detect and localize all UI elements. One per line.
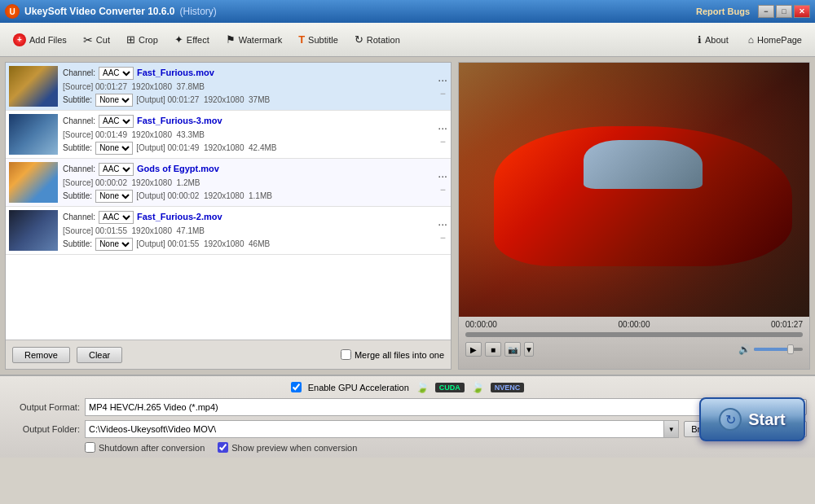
main-area: Channel: AAC Fast_Furious.mov [Source] 0… (0, 57, 815, 375)
more-options-2[interactable]: ··· (438, 121, 447, 134)
collapse-4[interactable]: − (440, 232, 446, 243)
file-list-scroll[interactable]: Channel: AAC Fast_Furious.mov [Source] 0… (6, 63, 451, 340)
volume-icon: 🔊 (738, 344, 751, 355)
clear-button[interactable]: Clear (77, 347, 122, 363)
channel-label-1: Channel: (63, 67, 95, 80)
bottom-panel: Enable GPU Acceleration 🍃 CUDA 🍃 NVENC O… (0, 375, 815, 458)
file-info-2: Channel: AAC Fast_Furious-3.mov [Source]… (63, 114, 433, 155)
shutdown-checkbox[interactable] (85, 442, 95, 453)
app-logo: U (5, 4, 20, 19)
volume-thumb (787, 344, 794, 354)
folder-dropdown-arrow[interactable]: ▼ (664, 420, 679, 438)
channel-select-3[interactable]: AAC (99, 163, 134, 176)
channel-label-3: Channel: (63, 163, 95, 176)
rotation-button[interactable]: ↻ Rotation (348, 30, 407, 49)
toolbar: + Add Files ✂ Cut ⊞ Crop ✦ Effect ⚑ Wate… (0, 23, 815, 57)
about-button[interactable]: ℹ About (691, 31, 735, 49)
snapshot-button[interactable]: 📷 (504, 342, 521, 357)
start-button[interactable]: ↻ Start (699, 397, 805, 441)
output-folder-input[interactable] (85, 420, 664, 438)
subtitle-label-1: Subtitle: (63, 94, 92, 107)
car-preview-image (459, 63, 809, 317)
file-actions-3: ··· − (438, 162, 447, 203)
source-info-4: [Source] 00:01:55 1920x1080 47.1MB (63, 225, 205, 238)
merge-checkbox-wrap: Merge all files into one (341, 349, 444, 360)
cuda-badge: CUDA (435, 383, 465, 392)
watermark-button[interactable]: ⚑ Watermark (219, 30, 289, 49)
subtitle-label-3: Subtitle: (63, 190, 92, 203)
merge-checkbox[interactable] (341, 349, 351, 360)
crop-icon: ⊞ (126, 33, 135, 46)
volume-fill (754, 348, 788, 351)
start-button-wrap: ↻ Start (699, 397, 805, 441)
file-info-1: Channel: AAC Fast_Furious.mov [Source] 0… (63, 66, 433, 107)
effect-button[interactable]: ✦ Effect (168, 30, 216, 49)
play-button[interactable]: ▶ (465, 342, 482, 357)
gpu-acceleration-checkbox[interactable] (291, 382, 302, 392)
crop-label: Crop (139, 35, 158, 45)
shutdown-label: Shutdown after conversion (99, 443, 205, 453)
rotation-label: Rotation (367, 35, 400, 45)
source-info-2: [Source] 00:01:49 1920x1080 43.3MB (63, 129, 205, 142)
subtitle-select-4[interactable]: None (95, 238, 133, 251)
channel-select-2[interactable]: AAC (99, 115, 134, 128)
channel-select-4[interactable]: AAC (99, 211, 134, 224)
thumbnail-2 (9, 114, 58, 155)
more-options-4[interactable]: ··· (438, 217, 447, 230)
subtitle-button[interactable]: T Subtitle (292, 30, 345, 49)
title-bar: U UkeySoft Video Converter 10.6.0 (Histo… (0, 0, 815, 23)
homepage-label: HomePage (757, 35, 802, 45)
channel-label-4: Channel: (63, 211, 95, 224)
collapse-2[interactable]: − (440, 136, 446, 147)
stop-button[interactable]: ■ (485, 342, 501, 357)
table-row[interactable]: Channel: AAC Fast_Furious.mov [Source] 0… (6, 63, 451, 111)
more-options-3[interactable]: ··· (438, 169, 447, 182)
time-start: 00:00:00 (465, 320, 497, 329)
thumbnail-4 (9, 210, 58, 251)
collapse-3[interactable]: − (440, 184, 446, 195)
close-button[interactable]: ✕ (794, 5, 810, 18)
show-preview-option: Show preview when conversion (218, 442, 357, 453)
remove-button[interactable]: Remove (12, 347, 70, 363)
file-list-panel: Channel: AAC Fast_Furious.mov [Source] 0… (5, 62, 452, 370)
output-folder-label: Output Folder: (8, 424, 80, 434)
volume-slider[interactable] (754, 348, 803, 351)
time-row: 00:00:00 00:00:00 00:01:27 (465, 320, 803, 329)
crop-button[interactable]: ⊞ Crop (120, 30, 165, 49)
cut-button[interactable]: ✂ Cut (77, 30, 117, 50)
collapse-1[interactable]: − (440, 88, 446, 99)
progress-bar[interactable] (465, 332, 803, 337)
homepage-button[interactable]: ⌂ HomePage (742, 31, 808, 49)
report-bugs-link[interactable]: Report Bugs (696, 7, 750, 16)
show-preview-checkbox[interactable] (218, 442, 228, 453)
subtitle-icon: T (298, 33, 305, 46)
file-info-4: Channel: AAC Fast_Furious-2.mov [Source]… (63, 210, 433, 251)
filename-3: Gods of Egypt.mov (137, 162, 219, 177)
gpu-leaf-icon: 🍃 (416, 381, 429, 393)
toolbar-right: ℹ About ⌂ HomePage (691, 31, 808, 49)
subtitle-select-1[interactable]: None (95, 94, 133, 107)
output-info-2: [Output] 00:01:49 1920x1080 42.4MB (136, 142, 276, 155)
subtitle-select-3[interactable]: None (95, 190, 133, 203)
table-row[interactable]: Channel: AAC Gods of Egypt.mov [Source] … (6, 159, 451, 207)
cut-label: Cut (96, 35, 110, 45)
merge-label: Merge all files into one (355, 350, 444, 360)
file-actions-4: ··· − (438, 210, 447, 251)
minimize-button[interactable]: − (758, 5, 774, 18)
maximize-button[interactable]: □ (776, 5, 792, 18)
output-format-input[interactable] (85, 398, 711, 416)
add-files-button[interactable]: + Add Files (7, 30, 73, 50)
source-info-3: [Source] 00:00:02 1920x1080 1.2MB (63, 177, 200, 190)
channel-label-2: Channel: (63, 115, 95, 128)
subtitle-select-2[interactable]: None (95, 142, 133, 155)
preview-panel: 00:00:00 00:00:00 00:01:27 ▶ ■ 📷 ▼ 🔊 (458, 62, 810, 370)
table-row[interactable]: Channel: AAC Fast_Furious-3.mov [Source]… (6, 111, 451, 159)
channel-select-1[interactable]: AAC (99, 67, 134, 80)
table-row[interactable]: Channel: AAC Fast_Furious-2.mov [Source]… (6, 207, 451, 255)
app-title: UkeySoft Video Converter 10.6.0 (24, 6, 175, 17)
snapshot-dropdown[interactable]: ▼ (524, 342, 534, 357)
format-select-wrap: ▼ (85, 398, 725, 416)
output-folder-row: Output Folder: ▼ Browse... Open Output (8, 420, 807, 438)
more-options-1[interactable]: ··· (438, 73, 447, 86)
start-label: Start (748, 410, 786, 429)
